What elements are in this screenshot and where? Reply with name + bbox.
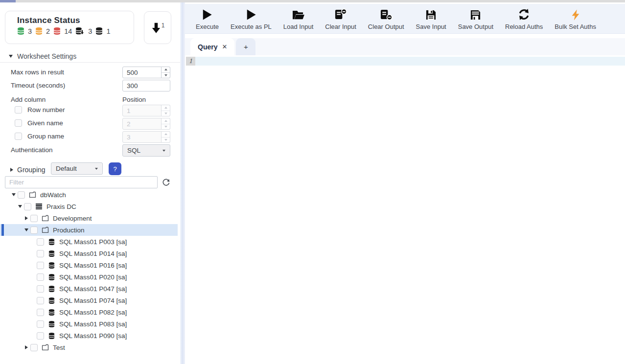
tree-checkbox[interactable] [37, 250, 44, 257]
database-icon [47, 320, 55, 328]
collapsed-caret-icon[interactable] [25, 216, 28, 220]
stepper-down-icon [162, 124, 170, 130]
sql-editor[interactable]: 1 [185, 55, 625, 364]
grouping-select[interactable]: Default [51, 162, 103, 175]
status-count-ok: 3 [28, 27, 32, 35]
tree-row-instance[interactable]: SQL Mass01 P014 [sa] [0, 248, 180, 259]
tree-row-label: SQL Mass01 P082 [sa] [59, 309, 127, 316]
filter-input[interactable] [5, 176, 158, 188]
tab-query[interactable]: Query ✕ [190, 38, 234, 55]
expand-caret-icon[interactable] [18, 205, 22, 208]
database-icon [47, 238, 55, 246]
expand-caret-icon[interactable] [24, 228, 28, 231]
tree-row-instance[interactable]: SQL Mass01 P074 [sa] [0, 295, 180, 306]
worksheet-settings-header[interactable]: Worksheet Settings [9, 52, 76, 60]
tree-checkbox[interactable] [30, 227, 38, 234]
tree-row-development[interactable]: Development [0, 212, 180, 224]
execute-as-pl-button[interactable]: Execute as PL [225, 7, 278, 30]
stepper-up-icon[interactable] [162, 67, 170, 72]
tree-row-label: Production [53, 227, 85, 234]
section-divider [0, 62, 180, 63]
tree-checkbox[interactable] [18, 191, 25, 199]
instance-status-card[interactable]: Instance Status 3 2 14 3 1 [5, 11, 134, 44]
tree-checkbox[interactable] [37, 285, 44, 293]
authentication-select[interactable]: SQL [122, 144, 170, 157]
server-group-icon [35, 203, 43, 210]
sidebar-scrollbar[interactable] [180, 2, 185, 364]
given-name-checkbox[interactable] [15, 119, 22, 127]
tree-checkbox[interactable] [24, 203, 31, 210]
editor-active-line[interactable] [195, 57, 625, 66]
tree-row-label: SQL Mass01 P020 [sa] [59, 273, 127, 281]
tree-row-test[interactable]: Test [0, 341, 180, 353]
tree-checkbox[interactable] [37, 297, 44, 304]
worksheet-toolbar: Execute Execute as PL Load Input Clear I… [185, 4, 625, 34]
tree-row-instance[interactable]: SQL Mass01 P083 [sa] [0, 318, 180, 330]
save-input-button[interactable]: Save Input [410, 7, 452, 30]
tree-row-instance[interactable]: SQL Mass01 P090 [sa] [0, 330, 180, 341]
timeout-input[interactable] [122, 80, 170, 91]
tree-row-label: Praxis DC [46, 203, 76, 210]
status-count-down: 3 [88, 27, 92, 35]
tree-checkbox[interactable] [37, 332, 44, 340]
plus-icon: + [244, 43, 248, 51]
tree-checkbox[interactable] [37, 273, 44, 281]
add-column-label: Add column [11, 96, 46, 103]
database-icon [47, 332, 55, 340]
grouping-help-button[interactable]: ? [109, 162, 121, 175]
grouping-value: Default [56, 165, 77, 172]
clear-output-button[interactable]: Clear Output [362, 7, 410, 30]
bulk-set-auths-button[interactable]: Bulk Set Auths [549, 7, 602, 30]
download-icon [151, 22, 161, 34]
grouping-caret-icon[interactable] [10, 168, 13, 172]
tree-row-label: dbWatch [40, 191, 66, 199]
folder-icon [41, 227, 49, 233]
worksheet-settings-label: Worksheet Settings [17, 52, 76, 60]
tree-checkbox[interactable] [30, 344, 38, 351]
tree-row-instance[interactable]: SQL Mass01 P047 [sa] [0, 283, 180, 295]
group-name-option: Group name [15, 133, 64, 140]
stepper-buttons[interactable] [161, 67, 170, 78]
save-output-button[interactable]: Save Output [452, 7, 499, 30]
database-ok-icon [17, 27, 24, 35]
tree-checkbox[interactable] [37, 320, 44, 328]
reload-auths-button[interactable]: Reload Auths [499, 7, 549, 30]
tree-checkbox[interactable] [37, 262, 44, 269]
load-input-button[interactable]: Load Input [278, 7, 319, 30]
tree-row-praxis-dc[interactable]: Praxis DC [0, 201, 180, 212]
database-icon [47, 297, 55, 304]
tree-row-label: SQL Mass01 P003 [sa] [59, 238, 127, 246]
tree-row-instance[interactable]: SQL Mass01 P082 [sa] [0, 306, 180, 318]
row-number-label: Row number [27, 106, 65, 114]
download-instances-button[interactable]: 1 [144, 11, 171, 44]
clear-input-button[interactable]: Clear Input [319, 7, 362, 30]
stepper-up-icon [162, 105, 170, 111]
max-rows-stepper[interactable] [122, 67, 170, 78]
database-icon [47, 273, 55, 281]
close-tab-icon[interactable]: ✕ [222, 43, 227, 50]
stepper-up-icon [162, 118, 170, 124]
tree-checkbox[interactable] [37, 309, 44, 316]
group-name-checkbox[interactable] [15, 133, 22, 140]
expand-caret-icon[interactable] [12, 193, 16, 196]
tree-row-production[interactable]: Production [0, 224, 178, 236]
refresh-tree-icon[interactable] [162, 178, 170, 186]
row-number-checkbox[interactable] [15, 106, 22, 114]
tree-row-dbwatch[interactable]: dbWatch [0, 189, 180, 201]
row-number-position-stepper [122, 105, 170, 116]
clear-output-icon [380, 7, 393, 21]
tree-checkbox[interactable] [37, 238, 44, 246]
tree-row-instance[interactable]: SQL Mass01 P003 [sa] [0, 236, 180, 248]
tree-row-instance[interactable]: SQL Mass01 P016 [sa] [0, 259, 180, 271]
tree-row-instance[interactable]: SQL Mass01 P020 [sa] [0, 271, 180, 283]
group-name-position-stepper [122, 131, 170, 143]
tree-checkbox[interactable] [30, 215, 38, 222]
given-name-option: Given name [15, 119, 63, 127]
stepper-down-icon[interactable] [162, 72, 170, 78]
collapsed-caret-icon[interactable] [25, 345, 28, 349]
instance-status-counts: 3 2 14 3 1 [17, 27, 134, 35]
folder-open-icon [292, 7, 305, 21]
execute-button[interactable]: Execute [190, 7, 225, 30]
add-tab-button[interactable]: + [236, 38, 255, 55]
download-badge: 1 [162, 22, 165, 29]
